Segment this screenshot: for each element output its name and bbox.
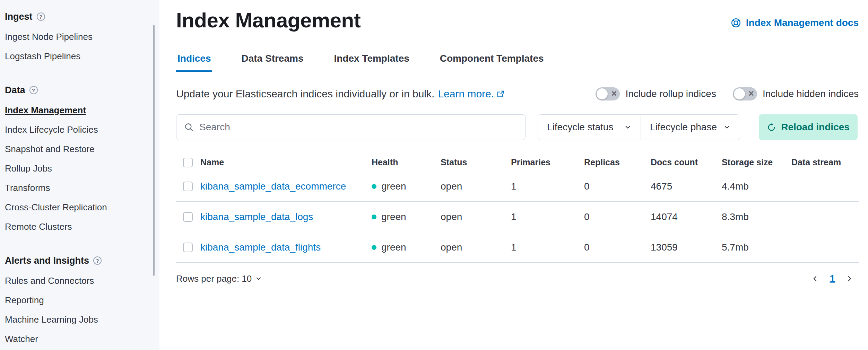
- column-header-replicas[interactable]: Replicas: [584, 157, 651, 167]
- tab-indices[interactable]: Indices: [176, 48, 212, 72]
- column-header-docs-count[interactable]: Docs count: [651, 157, 722, 167]
- toggle-label: Include hidden indices: [763, 88, 859, 99]
- column-header-status[interactable]: Status: [441, 157, 511, 167]
- docs-lifering-icon: [731, 18, 741, 28]
- row-checkbox[interactable]: [183, 212, 193, 222]
- rows-per-page-label: Rows per page: 10: [176, 273, 252, 284]
- row-checkbox[interactable]: [183, 243, 193, 252]
- switch-off-icon: ×: [733, 87, 757, 100]
- storage-size-value: 4.4mb: [722, 181, 791, 192]
- learn-more-link[interactable]: Learn more.: [438, 88, 504, 100]
- indices-table: Name Health Status Primaries Replicas Do…: [176, 154, 859, 263]
- health-dot-icon: [372, 184, 376, 189]
- tab-index-templates[interactable]: Index Templates: [332, 48, 410, 72]
- include-rollup-toggle[interactable]: × Include rollup indices: [596, 87, 716, 100]
- sidebar-item-ingest-node-pipelines[interactable]: Ingest Node Pipelines: [5, 27, 149, 46]
- next-page-button[interactable]: [844, 273, 855, 284]
- refresh-icon: [767, 123, 776, 132]
- sidebar-item-remote-clusters[interactable]: Remote Clusters: [5, 217, 149, 236]
- sidebar-item-index-lifecycle-policies[interactable]: Index Lifecycle Policies: [5, 120, 149, 139]
- index-name-link[interactable]: kibana_sample_data_ecommerce: [200, 181, 346, 192]
- health-label: green: [381, 211, 406, 222]
- sidebar-item-logstash-pipelines[interactable]: Logstash Pipelines: [5, 46, 149, 66]
- include-hidden-toggle[interactable]: × Include hidden indices: [733, 87, 859, 100]
- status-value: open: [441, 181, 511, 192]
- select-all-checkbox[interactable]: [183, 158, 193, 167]
- reload-button-label: Reload indices: [781, 122, 850, 133]
- sidebar-heading-label: Alerts and Insights: [5, 255, 89, 266]
- chevron-left-icon: [811, 274, 819, 283]
- tab-bar: Indices Data Streams Index Templates Com…: [176, 48, 859, 72]
- external-link-icon: [497, 90, 504, 98]
- column-header-storage-size[interactable]: Storage size: [722, 157, 791, 167]
- sidebar: Ingest ? Ingest Node Pipelines Logstash …: [0, 0, 159, 350]
- filter-label: Lifecycle phase: [650, 122, 717, 133]
- rows-per-page-button[interactable]: Rows per page: 10: [176, 273, 262, 284]
- sidebar-item-rules-and-connectors[interactable]: Rules and Connectors: [5, 271, 149, 290]
- sidebar-heading-alerts-insights: Alerts and Insights ?: [5, 253, 149, 268]
- chevron-down-icon: [255, 275, 262, 282]
- description-text: Update your Elasticsearch indices indivi…: [176, 88, 434, 100]
- sidebar-heading-label: Data: [5, 85, 25, 96]
- health-dot-icon: [372, 245, 376, 250]
- filter-label: Lifecycle status: [547, 122, 613, 133]
- sidebar-item-watcher[interactable]: Watcher: [5, 329, 149, 349]
- sidebar-section-alerts-insights: Alerts and Insights ? Rules and Connecto…: [5, 253, 149, 349]
- lifecycle-status-filter[interactable]: Lifecycle status: [538, 115, 641, 140]
- status-value: open: [441, 211, 511, 222]
- row-checkbox[interactable]: [183, 182, 193, 191]
- column-header-data-stream[interactable]: Data stream: [791, 157, 859, 167]
- tab-data-streams[interactable]: Data Streams: [240, 48, 305, 72]
- table-row: kibana_sample_data_logs green open 1 0 1…: [176, 202, 859, 232]
- health-label: green: [381, 242, 406, 253]
- toggle-controls: × Include rollup indices × Include hidde…: [596, 87, 859, 100]
- replicas-value: 0: [584, 211, 651, 222]
- page-title: Index Management: [176, 8, 361, 32]
- docs-link[interactable]: Index Management docs: [731, 17, 859, 28]
- lifecycle-phase-filter[interactable]: Lifecycle phase: [641, 115, 740, 140]
- controls-row: Lifecycle status Lifecycle phase Reload …: [176, 114, 859, 140]
- tab-component-templates[interactable]: Component Templates: [439, 48, 545, 72]
- table-row: kibana_sample_data_ecommerce green open …: [176, 171, 859, 202]
- replicas-value: 0: [584, 181, 651, 192]
- sidebar-item-reporting[interactable]: Reporting: [5, 290, 149, 310]
- switch-off-icon: ×: [596, 87, 620, 100]
- sidebar-heading-ingest: Ingest ?: [5, 9, 149, 24]
- storage-size-value: 8.3mb: [722, 211, 791, 222]
- sidebar-section-data: Data ? Index Management Index Lifecycle …: [5, 82, 149, 236]
- search-input[interactable]: [199, 122, 518, 133]
- page-number-current[interactable]: 1: [830, 273, 835, 284]
- sidebar-item-snapshot-and-restore[interactable]: Snapshot and Restore: [5, 139, 149, 159]
- sidebar-item-index-management[interactable]: Index Management: [5, 100, 149, 120]
- sidebar-item-machine-learning-jobs[interactable]: Machine Learning Jobs: [5, 310, 149, 329]
- table-header-row: Name Health Status Primaries Replicas Do…: [176, 154, 859, 171]
- index-name-link[interactable]: kibana_sample_data_flights: [200, 242, 321, 253]
- docs-count-value: 14074: [651, 211, 722, 222]
- docs-count-value: 13059: [651, 242, 722, 253]
- column-header-primaries[interactable]: Primaries: [511, 157, 584, 167]
- page-header: Index Management Index Management docs: [176, 8, 859, 32]
- docs-link-label: Index Management docs: [746, 17, 859, 28]
- sidebar-item-transforms[interactable]: Transforms: [5, 178, 149, 198]
- help-icon: ?: [29, 86, 38, 94]
- reload-indices-button[interactable]: Reload indices: [759, 114, 858, 140]
- health-label: green: [381, 181, 406, 192]
- health-dot-icon: [372, 215, 376, 219]
- index-name-link[interactable]: kibana_sample_data_logs: [200, 211, 313, 222]
- sidebar-scrollbar[interactable]: [153, 25, 155, 276]
- status-value: open: [441, 242, 511, 253]
- docs-count-value: 4675: [651, 181, 722, 192]
- sidebar-item-rollup-jobs[interactable]: Rollup Jobs: [5, 159, 149, 178]
- column-header-health[interactable]: Health: [372, 157, 441, 167]
- sidebar-item-cross-cluster-replication[interactable]: Cross-Cluster Replication: [5, 198, 149, 217]
- sidebar-heading-label: Ingest: [5, 11, 33, 22]
- storage-size-value: 5.7mb: [722, 242, 791, 253]
- sidebar-heading-data: Data ?: [5, 82, 149, 98]
- sidebar-section-ingest: Ingest ? Ingest Node Pipelines Logstash …: [5, 9, 149, 66]
- column-header-name[interactable]: Name: [200, 157, 372, 167]
- primaries-value: 1: [511, 181, 584, 192]
- previous-page-button[interactable]: [809, 273, 821, 284]
- chevron-down-icon: [624, 123, 632, 131]
- toggle-label: Include rollup indices: [625, 88, 716, 99]
- help-icon: ?: [37, 12, 45, 21]
